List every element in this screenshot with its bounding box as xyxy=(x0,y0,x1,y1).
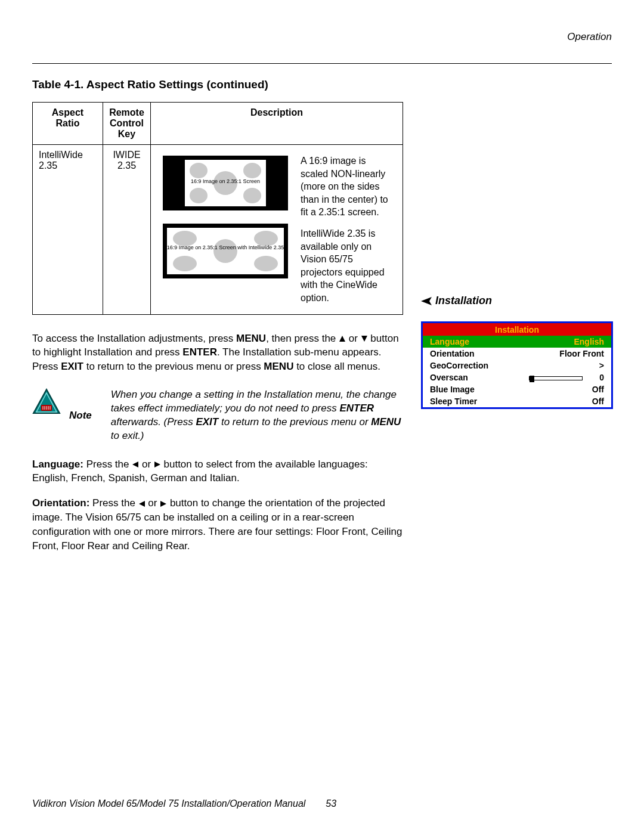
osd-item-language: Language English xyxy=(423,336,611,348)
table-row: IntelliWide 2.35 IWIDE 2.35 16:9 Image o… xyxy=(33,145,403,315)
right-arrow-icon xyxy=(160,500,167,507)
left-arrow-icon xyxy=(138,500,145,507)
footer-title: Vidikron Vision Model 65/Model 75 Instal… xyxy=(32,798,305,809)
col-aspect: Aspect Ratio xyxy=(33,103,103,145)
osd-item-sleeptimer: Sleep Timer Off xyxy=(423,395,611,407)
installation-side-label: Installation xyxy=(421,295,617,307)
svg-marker-13 xyxy=(160,501,166,507)
aspect-ratio-table: Aspect Ratio Remote Control Key Descript… xyxy=(32,102,403,315)
osd-item-geocorrection: GeoCorrection > xyxy=(423,360,611,371)
diagram-caption-1: 16:9 Image on 2.35:1 Screen xyxy=(163,178,288,184)
desc-para-2: IntelliWide 2.35 is available only on Vi… xyxy=(301,227,391,305)
cell-desc: 16:9 Image on 2.35:1 Screen 16:9 Image o… xyxy=(151,145,403,315)
table-header-row: Aspect Ratio Remote Control Key Descript… xyxy=(33,103,403,145)
section-header: Operation xyxy=(32,31,612,43)
access-paragraph: To access the Installation adjustments, … xyxy=(32,332,403,374)
note-label: Note xyxy=(69,408,92,423)
note-icon xyxy=(32,388,61,414)
svg-marker-1 xyxy=(361,336,367,342)
osd-item-orientation: Orientation Floor Front xyxy=(423,348,611,360)
svg-marker-0 xyxy=(339,336,345,342)
note-block: Note When you change a setting in the In… xyxy=(32,388,403,443)
osd-title: Installation xyxy=(423,323,611,336)
page-footer: Vidikron Vision Model 65/Model 75 Instal… xyxy=(32,798,612,809)
col-desc: Description xyxy=(151,103,403,145)
overscan-slider xyxy=(529,376,583,380)
cell-key: IWIDE 2.35 xyxy=(103,145,151,315)
horizontal-rule xyxy=(32,63,612,64)
down-arrow-icon xyxy=(361,335,368,342)
svg-marker-12 xyxy=(139,501,145,507)
svg-marker-14 xyxy=(421,297,432,305)
left-arrow-icon xyxy=(132,461,139,468)
osd-menu: Installation Language English Orientatio… xyxy=(421,321,613,409)
up-arrow-icon xyxy=(339,335,346,342)
svg-marker-10 xyxy=(132,462,138,467)
svg-marker-11 xyxy=(154,462,160,467)
table-title: Table 4-1. Aspect Ratio Settings (contin… xyxy=(32,78,612,91)
cell-aspect: IntelliWide 2.35 xyxy=(33,145,103,315)
page-number: 53 xyxy=(326,798,336,809)
osd-item-blueimage: Blue Image Off xyxy=(423,383,611,395)
diagram-caption-2: 16:9 Image on 2.35:1 Screen with Intelli… xyxy=(163,244,288,250)
left-pointer-icon xyxy=(421,297,432,305)
note-text: When you change a setting in the Install… xyxy=(111,388,403,443)
osd-item-overscan: Overscan 0 xyxy=(423,371,611,383)
col-remote: Remote Control Key xyxy=(103,103,151,145)
diagram-16-9-intelliwide: 16:9 Image on 2.35:1 Screen with Intelli… xyxy=(163,224,288,278)
desc-para-1: A 16:9 image is scaled NON-linearly (mor… xyxy=(301,154,391,219)
diagram-16-9-on-235: 16:9 Image on 2.35:1 Screen xyxy=(163,156,288,210)
orientation-paragraph: Orientation: Press the or button to chan… xyxy=(32,496,403,553)
right-arrow-icon xyxy=(154,461,161,468)
language-paragraph: Language: Press the or button to select … xyxy=(32,457,403,486)
